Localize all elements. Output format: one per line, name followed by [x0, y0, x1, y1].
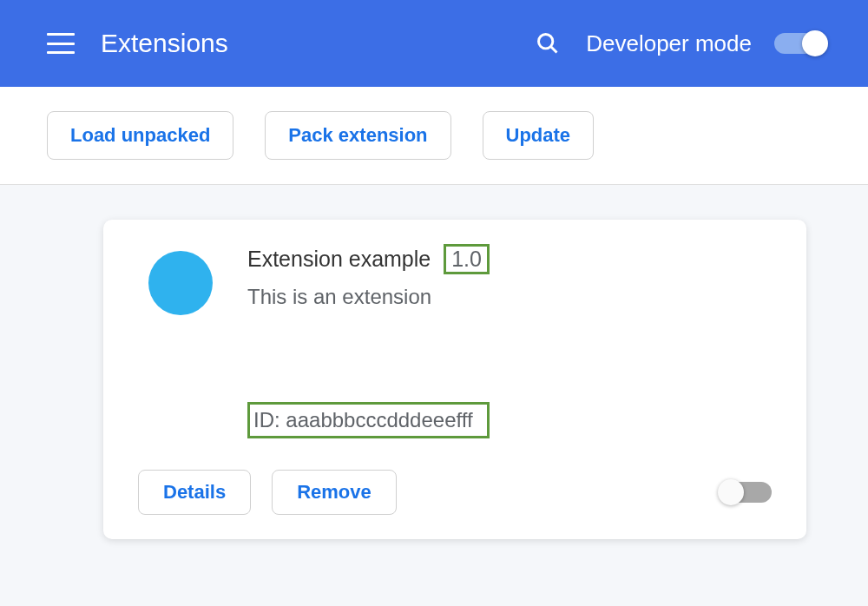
- extension-card: Extension example 1.0 This is an extensi…: [103, 220, 806, 539]
- extension-name: Extension example: [247, 247, 431, 272]
- pack-extension-button[interactable]: Pack extension: [265, 111, 450, 160]
- svg-line-1: [551, 47, 557, 53]
- extension-version: 1.0: [444, 244, 490, 274]
- page-title: Extensions: [101, 29, 228, 58]
- hamburger-menu-icon[interactable]: [47, 33, 75, 54]
- details-button[interactable]: Details: [138, 470, 251, 515]
- remove-button[interactable]: Remove: [272, 470, 397, 515]
- extension-id: ID: aaabbbcccdddeeefff: [247, 402, 490, 438]
- header-bar: Extensions Developer mode: [0, 0, 868, 87]
- developer-toolbar: Load unpacked Pack extension Update: [0, 87, 868, 185]
- extension-description: This is an extension: [247, 285, 806, 309]
- load-unpacked-button[interactable]: Load unpacked: [47, 111, 233, 160]
- search-icon[interactable]: [536, 31, 560, 56]
- extension-enable-toggle[interactable]: [720, 482, 772, 503]
- extension-icon: [148, 251, 213, 315]
- developer-mode-label: Developer mode: [586, 30, 752, 57]
- extensions-content: Extension example 1.0 This is an extensi…: [0, 185, 868, 606]
- developer-mode-toggle[interactable]: [774, 33, 826, 54]
- update-button[interactable]: Update: [483, 111, 595, 160]
- svg-point-0: [539, 35, 553, 49]
